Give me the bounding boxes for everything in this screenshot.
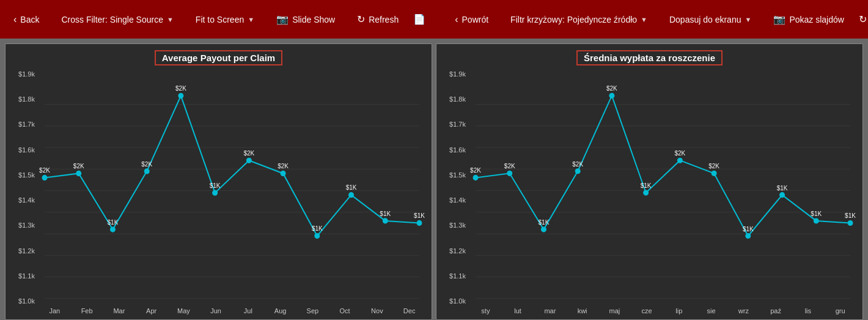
y-axis-label: $1.1k <box>18 272 35 280</box>
data-point <box>780 193 785 198</box>
x-axis-label: cze <box>631 307 663 314</box>
data-value-label: $2K <box>572 161 583 168</box>
refresh-icon-left: ↻ <box>357 13 365 25</box>
x-axis-label: wrz <box>727 307 760 314</box>
refresh-icon-right: ↻ <box>859 13 867 25</box>
data-point <box>417 220 422 225</box>
chart-polyline <box>476 95 850 236</box>
slide-show-button-left[interactable]: 📷 Slide Show <box>270 10 341 29</box>
y-axis-label: $1.6k <box>449 146 466 154</box>
cross-filter-chevron-left: ▼ <box>167 16 174 23</box>
data-value-label: $2K <box>708 163 719 169</box>
data-point <box>541 227 546 232</box>
x-axis-label: sty <box>469 307 502 314</box>
y-axis-label: $1.0k <box>449 297 466 305</box>
cross-filter-chevron-right: ▼ <box>641 16 647 23</box>
back-button-left[interactable]: ‹ Back <box>7 10 45 29</box>
toolbar: ‹ Back Cross Filter: Single Source ▼ Fit… <box>0 0 868 39</box>
x-axis-label: Jun <box>200 307 232 314</box>
back-button-right[interactable]: ‹ Powrót <box>449 10 495 29</box>
data-point <box>349 193 354 198</box>
data-value-label: $1K <box>539 219 550 226</box>
data-point <box>383 218 388 223</box>
fit-to-screen-chevron-right: ▼ <box>745 16 751 23</box>
data-value-label: $2K <box>39 167 50 174</box>
data-point <box>575 169 580 174</box>
data-point <box>677 158 682 163</box>
y-axis-label: $1.2k <box>18 247 35 255</box>
chart-panel-right: Średnia wypłata za roszczenie $1.9k$1.8k… <box>436 43 863 320</box>
data-value-label: $1K <box>641 182 652 189</box>
cross-filter-button-left[interactable]: Cross Filter: Single Source ▼ <box>55 11 179 28</box>
y-axis-label: $1.3k <box>18 221 35 229</box>
data-value-label: $1K <box>811 210 822 217</box>
slide-show-icon-left: 📷 <box>276 13 289 25</box>
x-axis-label: Dec <box>393 307 425 314</box>
x-axis-label: Nov <box>361 307 394 314</box>
slide-show-icon-right: 📷 <box>773 13 785 25</box>
main-content: Average Payout per Claim $1.9k$1.8k$1.7k… <box>0 39 868 320</box>
chart-panel-left: Average Payout per Claim $1.9k$1.8k$1.7k… <box>5 43 432 320</box>
x-axis-label: Aug <box>264 307 296 314</box>
data-value-label: $1K <box>346 184 357 191</box>
data-value-label: $2K <box>504 163 515 169</box>
x-axis-right: stylutmarkwimajczelipsiewrzpaźlisgru <box>443 307 856 314</box>
chevron-left-icon: ‹ <box>13 14 17 25</box>
y-axis-label: $1.4k <box>18 196 35 204</box>
data-point <box>42 175 47 180</box>
x-axis-label: kwi <box>566 307 598 314</box>
data-value-label: $1K <box>380 210 391 217</box>
y-axis-label: $1.3k <box>449 221 466 229</box>
refresh-button-right[interactable]: ↻ <box>853 10 868 29</box>
cross-filter-button-right[interactable]: Filtr krzyżowy: Pojedyncze źródło ▼ <box>504 11 653 28</box>
x-axis-label: lis <box>792 307 825 314</box>
export-button-left[interactable]: 📄 <box>407 10 432 29</box>
data-value-label: $1K <box>108 219 119 226</box>
fit-to-screen-label-left: Fit to Screen <box>196 15 244 24</box>
fit-to-screen-chevron-left: ▼ <box>248 16 254 23</box>
x-axis-label: Mar <box>103 307 136 314</box>
data-point <box>144 169 149 174</box>
data-value-label: $2K <box>243 150 254 157</box>
x-axis-label: maj <box>598 307 631 314</box>
y-axis-label: $1.5k <box>18 171 35 179</box>
line-chart-right: $2K$2K$1K$2K$2K$1K$2K$2K$1K$1K$1K$1K <box>469 70 856 305</box>
data-value-label: $1K <box>743 225 754 232</box>
slide-show-label-left: Slide Show <box>292 15 335 24</box>
data-value-label: $2K <box>141 161 152 168</box>
fit-to-screen-label-right: Dopasuj do ekranu <box>669 15 741 24</box>
x-axis-label: mar <box>534 307 567 314</box>
data-point <box>814 218 818 223</box>
y-axis-label: $1.8k <box>18 95 35 103</box>
data-value-label: $1K <box>777 184 788 191</box>
data-value-label: $1K <box>210 182 221 189</box>
data-point <box>246 158 251 163</box>
x-axis-label: Sep <box>296 307 329 314</box>
y-axis-label: $1.5k <box>449 171 466 179</box>
y-axis-label: $1.9k <box>18 70 35 78</box>
x-axis-left: JanFebMarAprMayJunJulAugSepOctNovDec <box>12 307 425 314</box>
y-axis-left: $1.9k$1.8k$1.7k$1.6k$1.5k$1.4k$1.3k$1.2k… <box>12 70 39 305</box>
y-axis-right: $1.9k$1.8k$1.7k$1.6k$1.5k$1.4k$1.3k$1.2k… <box>443 70 469 305</box>
chart-inner-left: $2K$2K$1K$2K$2K$1K$2K$2K$1K$1K$1K$1K <box>39 70 425 305</box>
data-value-label: $2K <box>175 85 186 92</box>
y-axis-label: $1.0k <box>18 297 35 305</box>
data-point <box>644 190 649 195</box>
y-axis-label: $1.1k <box>449 272 466 280</box>
refresh-label-left: Refresh <box>369 15 399 24</box>
chart-area-left: $1.9k$1.8k$1.7k$1.6k$1.5k$1.4k$1.3k$1.2k… <box>12 70 425 305</box>
slide-show-label-right: Pokaz slajdów <box>789 15 844 24</box>
data-point <box>213 190 218 195</box>
back-label-right: Powrót <box>462 15 489 24</box>
y-axis-label: $1.4k <box>449 196 466 204</box>
x-axis-label: Oct <box>329 307 361 314</box>
chart-title-left: Average Payout per Claim <box>155 50 282 65</box>
fit-to-screen-button-left[interactable]: Fit to Screen ▼ <box>189 11 260 28</box>
data-point <box>76 171 81 176</box>
refresh-button-left[interactable]: ↻ Refresh <box>351 10 405 29</box>
cross-filter-label-right: Filtr krzyżowy: Pojedyncze źródło <box>510 15 637 24</box>
slide-show-button-right[interactable]: 📷 Pokaz slajdów <box>767 10 850 29</box>
cross-filter-label-left: Cross Filter: Single Source <box>61 15 163 24</box>
fit-to-screen-button-right[interactable]: Dopasuj do ekranu ▼ <box>663 11 757 28</box>
y-axis-label: $1.2k <box>449 247 466 255</box>
